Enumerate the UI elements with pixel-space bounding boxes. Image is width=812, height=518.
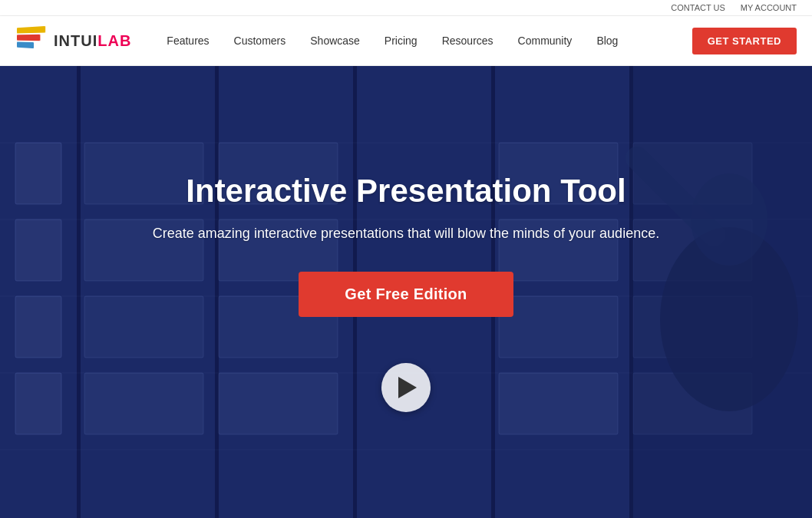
top-utility-bar: CONTACT US MY ACCOUNT <box>0 0 812 16</box>
hero-section: Interactive Presentation Tool Create ama… <box>0 66 812 518</box>
hero-subtitle: Create amazing interactive presentations… <box>153 223 659 244</box>
get-free-edition-button[interactable]: Get Free Edition <box>299 272 513 317</box>
svg-rect-22 <box>219 373 338 434</box>
main-navbar: INTUILAB Features Customers Showcase Pri… <box>0 16 812 66</box>
nav-community[interactable]: Community <box>506 16 585 66</box>
nav-resources[interactable]: Resources <box>430 16 506 66</box>
logo-text: INTUILAB <box>54 32 131 50</box>
logo-icon <box>15 27 49 54</box>
svg-rect-26 <box>499 373 618 434</box>
svg-rect-18 <box>84 373 203 434</box>
my-account-link[interactable]: MY ACCOUNT <box>741 3 797 12</box>
nav-pricing[interactable]: Pricing <box>372 16 430 66</box>
svg-rect-14 <box>15 373 61 434</box>
play-video-button[interactable] <box>381 363 431 412</box>
nav-features[interactable]: Features <box>154 16 221 66</box>
get-started-button[interactable]: GET STARTED <box>692 28 797 54</box>
logo-lab: LAB <box>97 32 131 49</box>
nav-showcase[interactable]: Showcase <box>298 16 372 66</box>
svg-rect-11 <box>15 143 61 204</box>
hero-title: Interactive Presentation Tool <box>153 173 659 210</box>
logo-layer-red <box>17 35 40 41</box>
svg-rect-12 <box>15 219 61 281</box>
svg-rect-13 <box>15 296 61 358</box>
hero-content: Interactive Presentation Tool Create ama… <box>137 173 675 348</box>
logo-intui: INTUI <box>54 32 97 49</box>
play-triangle-icon <box>398 377 417 398</box>
nav-customers[interactable]: Customers <box>222 16 299 66</box>
nav-blog[interactable]: Blog <box>584 16 630 66</box>
contact-us-link[interactable]: CONTACT US <box>671 3 725 12</box>
nav-links: Features Customers Showcase Pricing Reso… <box>154 16 684 66</box>
logo-layer-blue <box>17 41 34 48</box>
logo[interactable]: INTUILAB <box>15 27 131 54</box>
svg-rect-1 <box>77 66 81 518</box>
logo-layer-yellow <box>17 26 45 34</box>
